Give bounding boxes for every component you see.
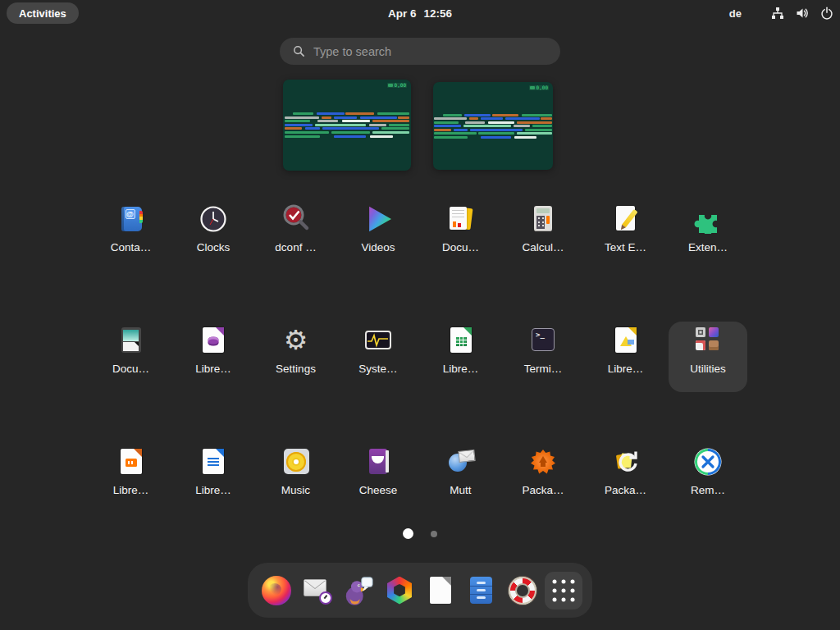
- evolution-icon: [302, 575, 333, 606]
- volume-icon: [795, 7, 809, 21]
- search-input[interactable]: [313, 45, 550, 58]
- search-icon: [293, 45, 305, 57]
- app-libreoffice-impress[interactable]: Libre…: [92, 443, 171, 514]
- app-label: Clocks: [174, 241, 253, 253]
- terminal-load-badge: 0,00: [529, 85, 549, 90]
- dock-item-help[interactable]: [502, 568, 543, 614]
- power-icon: [819, 7, 833, 21]
- dock-item-files[interactable]: [461, 568, 502, 614]
- app-label: Exten…: [669, 241, 747, 253]
- terminal-output-stripes: [433, 114, 553, 140]
- libreoffice-icon: [425, 575, 456, 606]
- mutt-icon: [446, 447, 476, 477]
- page-dot-1[interactable]: [403, 528, 413, 539]
- app-label: Settings: [257, 363, 336, 375]
- app-label: Libre…: [174, 363, 253, 375]
- documents-icon: [446, 204, 476, 234]
- dock-item-evolution[interactable]: [297, 568, 338, 614]
- app-clocks[interactable]: Clocks: [174, 200, 253, 271]
- package-installer-icon: [528, 447, 558, 477]
- utilities-folder-icon: [693, 326, 723, 355]
- app-label: Termi…: [504, 363, 582, 375]
- app-cheese[interactable]: Cheese: [339, 443, 418, 514]
- system-monitor-icon: [363, 326, 393, 355]
- clock-time: 12:56: [423, 7, 452, 20]
- app-label: Mutt: [422, 484, 500, 496]
- network-wired-icon: [770, 7, 784, 21]
- libreoffice-calc-icon: [446, 326, 476, 355]
- clock-date: Apr 6: [388, 7, 417, 20]
- terminal-output-stripes: [283, 112, 411, 139]
- contacts-icon: @: [116, 204, 146, 234]
- cheese-icon: [363, 447, 393, 477]
- app-videos[interactable]: Videos: [339, 200, 418, 271]
- clock-button[interactable]: Apr 6 12:56: [388, 0, 452, 26]
- keyboard-layout-indicator: de: [729, 7, 742, 20]
- libreoffice-impress-icon: [116, 447, 146, 477]
- app-document-scanner[interactable]: Docu…: [92, 322, 171, 392]
- app-label: Utilities: [669, 363, 747, 375]
- app-label: Docu…: [92, 363, 171, 375]
- settings-icon: ⚙: [281, 326, 311, 355]
- pidgin-icon: [343, 575, 374, 606]
- app-package-installer[interactable]: Packa…: [504, 443, 582, 514]
- app-music[interactable]: Music: [257, 443, 336, 514]
- app-dconf-editor[interactable]: dconf …: [257, 200, 336, 271]
- app-terminal[interactable]: >_Termi…: [504, 322, 582, 392]
- app-extensions[interactable]: Exten…: [669, 200, 747, 271]
- dconf-editor-icon: [281, 204, 311, 234]
- app-label: Music: [257, 484, 336, 496]
- libreoffice-draw-icon: [611, 326, 641, 355]
- app-label: Libre…: [174, 484, 253, 496]
- page-indicator: [0, 528, 840, 539]
- dock-item-firefox[interactable]: [256, 568, 297, 614]
- app-remmina[interactable]: Rem…: [669, 443, 747, 514]
- app-calculator[interactable]: Calcul…: [504, 200, 582, 271]
- app-label: Packa…: [587, 484, 665, 496]
- app-label: Libre…: [422, 363, 500, 375]
- extensions-icon: [693, 204, 723, 234]
- terminal-window-preview-2[interactable]: 0,00: [433, 82, 553, 170]
- app-contacts[interactable]: @Conta…: [92, 200, 171, 271]
- app-documents[interactable]: Docu…: [422, 200, 500, 271]
- dock-item-libreoffice[interactable]: [420, 568, 461, 614]
- app-label: Cheese: [339, 484, 418, 496]
- clocks-icon: [199, 204, 228, 234]
- app-label: Docu…: [422, 241, 500, 253]
- dock: [248, 563, 592, 618]
- photos-icon: [384, 575, 415, 606]
- terminal-window-preview-1[interactable]: 0,00: [283, 80, 411, 171]
- files-icon: [466, 575, 497, 606]
- app-mutt[interactable]: Mutt: [422, 443, 500, 514]
- app-libreoffice-base[interactable]: Libre…: [174, 322, 253, 392]
- app-libreoffice-calc[interactable]: Libre…: [422, 322, 500, 392]
- app-system-monitor[interactable]: Syste…: [339, 322, 418, 392]
- app-label: Rem…: [669, 484, 747, 496]
- app-label: Conta…: [92, 241, 171, 253]
- text-editor-icon: [611, 204, 641, 234]
- app-label: Libre…: [92, 484, 171, 496]
- app-libreoffice-writer[interactable]: Libre…: [174, 443, 253, 514]
- app-label: dconf …: [257, 241, 336, 253]
- app-settings[interactable]: ⚙Settings: [257, 322, 336, 392]
- app-label: Calcul…: [504, 241, 582, 253]
- terminal-icon: >_: [528, 326, 558, 355]
- activities-button[interactable]: Activities: [7, 2, 79, 24]
- system-status-area[interactable]: de: [729, 0, 833, 26]
- app-label: Text E…: [587, 241, 665, 253]
- app-label: Syste…: [339, 363, 418, 375]
- app-utilities-folder[interactable]: Utilities: [669, 322, 747, 392]
- dock-item-photos[interactable]: [379, 568, 420, 614]
- firefox-icon: [261, 575, 292, 606]
- app-package-updater[interactable]: Packa…: [587, 443, 665, 514]
- search-bar[interactable]: [280, 38, 560, 65]
- app-grid-icon: [548, 575, 579, 606]
- calculator-icon: [528, 204, 558, 234]
- page-dot-2[interactable]: [431, 531, 437, 537]
- activities-label: Activities: [19, 7, 66, 20]
- app-text-editor[interactable]: Text E…: [587, 200, 665, 271]
- app-libreoffice-draw[interactable]: Libre…: [587, 322, 665, 392]
- terminal-load-badge: 0,00: [387, 83, 407, 88]
- dock-item-pidgin[interactable]: [338, 568, 379, 614]
- dock-item-app-grid[interactable]: [543, 568, 584, 614]
